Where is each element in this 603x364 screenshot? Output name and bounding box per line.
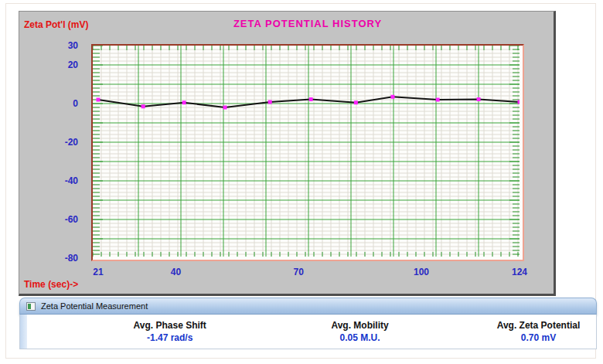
stat-value: 0.05 M.U. [331, 332, 388, 343]
x-tick-label: 21 [84, 267, 112, 277]
stat-label: Avg. Phase Shift [134, 320, 206, 331]
y-tick-label: -40 [43, 175, 78, 187]
plot-area[interactable] [91, 44, 524, 261]
measurement-panel: Zeta Potential Measurement Avg. Phase Sh… [19, 298, 597, 352]
x-tick-label: 100 [407, 267, 435, 277]
stat-label: Avg. Zeta Potential [497, 320, 581, 331]
x-tick-label: 124 [506, 267, 533, 277]
stat-avg-phase-shift: Avg. Phase Shift -1.47 rad/s [134, 320, 206, 343]
stat-avg-mobility: Avg. Mobility 0.05 M.U. [331, 320, 388, 343]
y-tick-label: 0 [43, 97, 78, 110]
y-tick-label: 30 [43, 39, 78, 52]
measurement-panel-body: Avg. Phase Shift -1.47 rad/s Avg. Mobili… [19, 315, 597, 349]
stat-value: -1.47 rad/s [134, 332, 206, 343]
measurement-panel-icon [26, 302, 36, 311]
x-axis-label: Time (sec)-> [24, 279, 78, 290]
measurement-panel-title: Zeta Potential Measurement [41, 301, 148, 311]
y-tick-label: -80 [43, 252, 78, 264]
y-tick-label: 20 [43, 59, 78, 71]
measurement-panel-header[interactable]: Zeta Potential Measurement [19, 298, 597, 315]
x-tick-label: 70 [284, 267, 312, 277]
stat-label: Avg. Mobility [331, 320, 388, 331]
stat-value: 0.70 mV [497, 332, 581, 343]
zeta-potential-line-chart [93, 46, 520, 257]
x-tick-label: 40 [162, 267, 190, 277]
y-axis-label: Zeta Pot'l (mV) [24, 19, 89, 30]
chart-title: ZETA POTENTIAL HISTORY [91, 18, 524, 29]
y-tick-label: -60 [43, 213, 78, 226]
zeta-history-chart-panel: ZETA POTENTIAL HISTORY Zeta Pot'l (mV) T… [19, 11, 556, 296]
y-tick-label: -20 [43, 136, 78, 148]
stat-avg-zeta-potential: Avg. Zeta Potential 0.70 mV [497, 320, 581, 343]
